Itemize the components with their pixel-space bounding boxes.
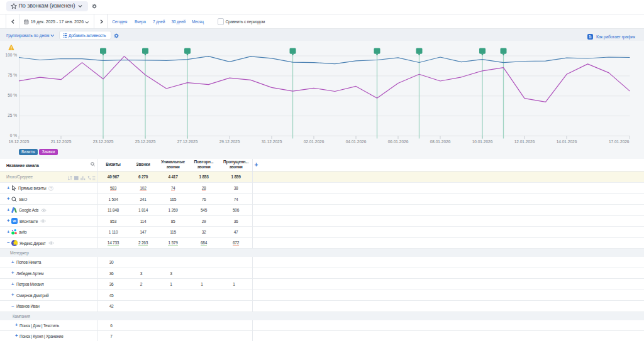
svg-text:06.01.2026: 06.01.2026 xyxy=(388,139,409,143)
svg-text:VK: VK xyxy=(13,220,17,223)
svg-text:75 %: 75 % xyxy=(8,73,17,77)
svg-text:21.12.2025: 21.12.2025 xyxy=(51,139,72,143)
svg-text:19.12.2025: 19.12.2025 xyxy=(9,139,30,143)
svg-text:29.12.2025: 29.12.2025 xyxy=(219,139,240,143)
svg-text:27.12.2025: 27.12.2025 xyxy=(177,139,198,143)
svg-text:23.12.2025: 23.12.2025 xyxy=(93,139,114,143)
svg-text:25.12.2025: 25.12.2025 xyxy=(135,139,156,143)
svg-text:04.01.2026: 04.01.2026 xyxy=(346,139,367,143)
svg-text:0 %: 0 % xyxy=(10,133,17,137)
svg-text:17.01.2026: 17.01.2026 xyxy=(609,139,630,143)
svg-text:08.01.2026: 08.01.2026 xyxy=(430,139,451,143)
svg-text:31.12.2025: 31.12.2025 xyxy=(262,139,282,143)
svg-text:50 %: 50 % xyxy=(8,93,17,97)
svg-text:02.01.2026: 02.01.2026 xyxy=(304,139,325,143)
svg-text:12.01.2026: 12.01.2026 xyxy=(514,139,535,143)
svg-text:10.01.2026: 10.01.2026 xyxy=(472,139,493,143)
svg-text:14.01.2026: 14.01.2026 xyxy=(557,139,577,143)
svg-text:25 %: 25 % xyxy=(8,113,17,117)
svg-text:?: ? xyxy=(50,187,52,190)
svg-text:100 %: 100 % xyxy=(6,53,18,57)
